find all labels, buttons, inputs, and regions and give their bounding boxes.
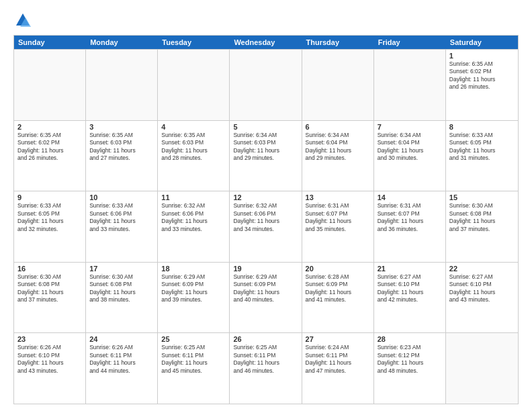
week-row-4: 23Sunrise: 6:26 AM Sunset: 6:10 PM Dayli…	[14, 332, 518, 404]
cal-cell: 27Sunrise: 6:24 AM Sunset: 6:11 PM Dayli…	[302, 333, 374, 404]
cell-info: Sunrise: 6:27 AM Sunset: 6:10 PM Dayligh…	[449, 273, 515, 304]
cell-info: Sunrise: 6:33 AM Sunset: 6:06 PM Dayligh…	[89, 202, 154, 233]
cell-day-number: 22	[449, 265, 515, 273]
cal-cell	[302, 50, 374, 120]
weekday-header-wednesday: Wednesday	[230, 36, 302, 49]
cell-info: Sunrise: 6:27 AM Sunset: 6:10 PM Dayligh…	[378, 273, 442, 304]
header	[13, 11, 519, 30]
cell-info: Sunrise: 6:31 AM Sunset: 6:07 PM Dayligh…	[306, 202, 370, 233]
cell-info: Sunrise: 6:33 AM Sunset: 6:05 PM Dayligh…	[17, 202, 82, 233]
cell-info: Sunrise: 6:34 AM Sunset: 6:04 PM Dayligh…	[306, 132, 370, 163]
cal-cell: 26Sunrise: 6:25 AM Sunset: 6:11 PM Dayli…	[230, 333, 302, 404]
cell-day-number: 13	[306, 193, 370, 201]
cell-day-number: 17	[89, 265, 154, 273]
cal-cell: 3Sunrise: 6:35 AM Sunset: 6:03 PM Daylig…	[86, 121, 158, 191]
week-row-0: 1Sunrise: 6:35 AM Sunset: 6:02 PM Daylig…	[14, 49, 518, 120]
cal-cell	[14, 50, 86, 120]
weekday-header-sunday: Sunday	[14, 36, 86, 49]
cell-info: Sunrise: 6:29 AM Sunset: 6:09 PM Dayligh…	[233, 273, 298, 304]
calendar-body: 1Sunrise: 6:35 AM Sunset: 6:02 PM Daylig…	[14, 49, 518, 404]
cell-info: Sunrise: 6:33 AM Sunset: 6:05 PM Dayligh…	[449, 132, 515, 163]
calendar: SundayMondayTuesdayWednesdayThursdayFrid…	[13, 35, 519, 404]
weekday-header-friday: Friday	[374, 36, 446, 49]
cell-info: Sunrise: 6:30 AM Sunset: 6:08 PM Dayligh…	[89, 273, 154, 304]
cell-day-number: 27	[306, 335, 370, 343]
cal-cell: 17Sunrise: 6:30 AM Sunset: 6:08 PM Dayli…	[86, 263, 158, 333]
weekday-header-thursday: Thursday	[302, 36, 374, 49]
cal-cell: 9Sunrise: 6:33 AM Sunset: 6:05 PM Daylig…	[14, 191, 86, 262]
cell-info: Sunrise: 6:32 AM Sunset: 6:06 PM Dayligh…	[161, 202, 226, 233]
cell-info: Sunrise: 6:34 AM Sunset: 6:03 PM Dayligh…	[233, 132, 298, 163]
cell-info: Sunrise: 6:35 AM Sunset: 6:03 PM Dayligh…	[89, 132, 154, 163]
weekday-header-saturday: Saturday	[446, 36, 518, 49]
cell-day-number: 4	[161, 123, 226, 131]
cell-day-number: 11	[161, 193, 226, 201]
cell-day-number: 10	[89, 193, 154, 201]
cell-day-number: 1	[449, 52, 515, 60]
cal-cell: 13Sunrise: 6:31 AM Sunset: 6:07 PM Dayli…	[302, 191, 374, 262]
logo-icon	[13, 11, 32, 30]
week-row-2: 9Sunrise: 6:33 AM Sunset: 6:05 PM Daylig…	[14, 191, 518, 262]
cell-day-number: 2	[17, 123, 82, 131]
cell-info: Sunrise: 6:26 AM Sunset: 6:11 PM Dayligh…	[89, 344, 154, 375]
cal-cell: 19Sunrise: 6:29 AM Sunset: 6:09 PM Dayli…	[230, 263, 302, 333]
cell-day-number: 18	[161, 265, 226, 273]
cal-cell	[446, 333, 518, 404]
cal-cell: 8Sunrise: 6:33 AM Sunset: 6:05 PM Daylig…	[446, 121, 518, 191]
cell-day-number: 19	[233, 265, 298, 273]
cell-info: Sunrise: 6:30 AM Sunset: 6:08 PM Dayligh…	[449, 202, 515, 233]
cell-day-number: 15	[449, 193, 515, 201]
cal-cell: 25Sunrise: 6:25 AM Sunset: 6:11 PM Dayli…	[158, 333, 230, 404]
cell-day-number: 3	[89, 123, 154, 131]
cell-day-number: 8	[449, 123, 515, 131]
cal-cell: 10Sunrise: 6:33 AM Sunset: 6:06 PM Dayli…	[86, 191, 158, 262]
cell-day-number: 12	[233, 193, 298, 201]
cal-cell: 6Sunrise: 6:34 AM Sunset: 6:04 PM Daylig…	[302, 121, 374, 191]
cell-info: Sunrise: 6:35 AM Sunset: 6:02 PM Dayligh…	[449, 60, 515, 91]
cal-cell	[230, 50, 302, 120]
cell-info: Sunrise: 6:25 AM Sunset: 6:11 PM Dayligh…	[233, 344, 298, 375]
cal-cell: 1Sunrise: 6:35 AM Sunset: 6:02 PM Daylig…	[446, 50, 518, 120]
cell-info: Sunrise: 6:24 AM Sunset: 6:11 PM Dayligh…	[306, 344, 370, 375]
cal-cell: 16Sunrise: 6:30 AM Sunset: 6:08 PM Dayli…	[14, 263, 86, 333]
cell-day-number: 16	[17, 265, 82, 273]
cal-cell: 24Sunrise: 6:26 AM Sunset: 6:11 PM Dayli…	[86, 333, 158, 404]
cell-info: Sunrise: 6:28 AM Sunset: 6:09 PM Dayligh…	[306, 273, 370, 304]
cal-cell: 22Sunrise: 6:27 AM Sunset: 6:10 PM Dayli…	[446, 263, 518, 333]
cell-day-number: 7	[378, 123, 442, 131]
cal-cell: 28Sunrise: 6:23 AM Sunset: 6:12 PM Dayli…	[374, 333, 446, 404]
cal-cell: 2Sunrise: 6:35 AM Sunset: 6:02 PM Daylig…	[14, 121, 86, 191]
cell-day-number: 25	[161, 335, 226, 343]
cal-cell: 4Sunrise: 6:35 AM Sunset: 6:03 PM Daylig…	[158, 121, 230, 191]
cell-day-number: 6	[306, 123, 370, 131]
cal-cell	[374, 50, 446, 120]
cal-cell: 20Sunrise: 6:28 AM Sunset: 6:09 PM Dayli…	[302, 263, 374, 333]
cal-cell	[158, 50, 230, 120]
cal-cell: 5Sunrise: 6:34 AM Sunset: 6:03 PM Daylig…	[230, 121, 302, 191]
calendar-header: SundayMondayTuesdayWednesdayThursdayFrid…	[14, 36, 518, 49]
cal-cell: 21Sunrise: 6:27 AM Sunset: 6:10 PM Dayli…	[374, 263, 446, 333]
cell-info: Sunrise: 6:34 AM Sunset: 6:04 PM Dayligh…	[378, 132, 442, 163]
cell-info: Sunrise: 6:26 AM Sunset: 6:10 PM Dayligh…	[17, 344, 82, 375]
cal-cell: 14Sunrise: 6:31 AM Sunset: 6:07 PM Dayli…	[374, 191, 446, 262]
cal-cell: 18Sunrise: 6:29 AM Sunset: 6:09 PM Dayli…	[158, 263, 230, 333]
cell-day-number: 21	[378, 265, 442, 273]
week-row-3: 16Sunrise: 6:30 AM Sunset: 6:08 PM Dayli…	[14, 262, 518, 333]
weekday-header-tuesday: Tuesday	[158, 36, 230, 49]
cal-cell: 11Sunrise: 6:32 AM Sunset: 6:06 PM Dayli…	[158, 191, 230, 262]
cell-day-number: 5	[233, 123, 298, 131]
cell-info: Sunrise: 6:31 AM Sunset: 6:07 PM Dayligh…	[378, 202, 442, 233]
cal-cell	[86, 50, 158, 120]
cal-cell: 15Sunrise: 6:30 AM Sunset: 6:08 PM Dayli…	[446, 191, 518, 262]
cell-day-number: 24	[89, 335, 154, 343]
cell-info: Sunrise: 6:25 AM Sunset: 6:11 PM Dayligh…	[161, 344, 226, 375]
cal-cell: 7Sunrise: 6:34 AM Sunset: 6:04 PM Daylig…	[374, 121, 446, 191]
week-row-1: 2Sunrise: 6:35 AM Sunset: 6:02 PM Daylig…	[14, 120, 518, 191]
cell-info: Sunrise: 6:35 AM Sunset: 6:03 PM Dayligh…	[161, 132, 226, 163]
logo	[13, 11, 35, 30]
cell-info: Sunrise: 6:35 AM Sunset: 6:02 PM Dayligh…	[17, 132, 82, 163]
cell-day-number: 9	[17, 193, 82, 201]
cal-cell: 12Sunrise: 6:32 AM Sunset: 6:06 PM Dayli…	[230, 191, 302, 262]
cell-day-number: 28	[378, 335, 442, 343]
page: SundayMondayTuesdayWednesdayThursdayFrid…	[0, 0, 532, 411]
